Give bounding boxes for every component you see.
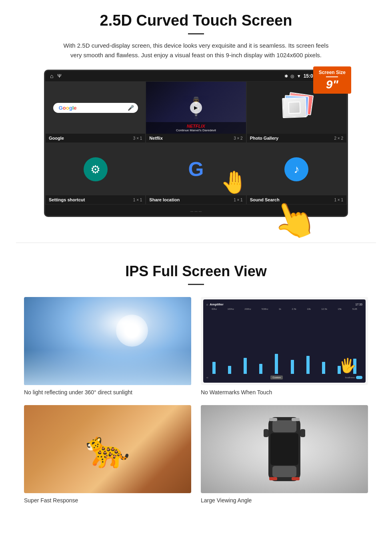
netflix-cell-content: 🕴 ▶ NETFLIX Continue Marvel's Daredevil xyxy=(146,82,246,134)
share-label-row: Share location 1 × 1 xyxy=(146,195,246,204)
eq-bar-5-container xyxy=(269,354,284,374)
share-cell-content: G 🤚 xyxy=(146,143,246,195)
app-grid-row2: ⚙ Settings shortcut 1 × 1 G xyxy=(45,143,347,205)
svg-rect-4 xyxy=(264,429,268,437)
eq-bar-3-container xyxy=(238,358,252,374)
freq-2-5k: 2.5k xyxy=(292,308,296,310)
eq-frame: ⌂ Amplifier 17:33 60hz 100hz 200hz 500hz… xyxy=(203,299,366,383)
loudness-label: loudness xyxy=(345,376,355,379)
cheetah-emoji: 🐆 xyxy=(85,428,130,470)
settings-app-name: Settings shortcut xyxy=(49,197,85,202)
feature-car: Large Viewing Angle xyxy=(201,405,368,504)
sound-app-size: 1 × 1 xyxy=(334,198,343,202)
section1-description: With 2.5D curved-display screen, this de… xyxy=(60,41,332,60)
google-cell-content: Google 🎤 xyxy=(46,82,145,134)
svg-rect-6 xyxy=(269,418,277,421)
freq-10k: 10k xyxy=(307,308,311,310)
badge-label: Screen Size xyxy=(319,70,346,75)
svg-rect-5 xyxy=(300,429,305,437)
eq-home-icon: ⌂ xyxy=(206,303,208,306)
svg-rect-8 xyxy=(269,477,277,480)
equalizer-visual: ⌂ Amplifier 17:33 60hz 100hz 200hz 500hz… xyxy=(201,297,368,385)
google-mic-icon[interactable]: 🎤 xyxy=(128,105,134,111)
google-maps-letter: G xyxy=(188,158,204,181)
music-note-icon: ♪ xyxy=(294,163,299,176)
share-app-cell[interactable]: G 🤚 Share location 1 × 1 xyxy=(146,143,246,205)
page-dots: — — — xyxy=(190,209,202,213)
section1-title: 2.5D Curved Touch Screen xyxy=(24,12,368,29)
svg-rect-3 xyxy=(272,466,296,477)
gallery-app-size: 2 × 2 xyxy=(334,136,343,141)
bluetooth-icon: ✱ xyxy=(284,74,288,79)
sun-burst xyxy=(116,315,148,347)
svg-rect-9 xyxy=(292,477,300,480)
netflix-play-btn[interactable]: ▶ xyxy=(190,102,202,114)
svg-rect-7 xyxy=(292,418,300,421)
settings-label-row: Settings shortcut 1 × 1 xyxy=(46,195,145,204)
settings-icon-circle: ⚙ xyxy=(84,157,108,181)
feature-sunlight: No light reflecting under 360° direct su… xyxy=(24,297,191,395)
home-icon: ⌂ xyxy=(50,73,53,79)
freq-200hz: 200hz xyxy=(244,308,251,310)
feature-equalizer: ⌂ Amplifier 17:33 60hz 100hz 200hz 500hz… xyxy=(201,297,368,395)
equalizer-image: ⌂ Amplifier 17:33 60hz 100hz 200hz 500hz… xyxy=(201,297,368,385)
car-label: Large Viewing Angle xyxy=(201,497,368,504)
eq-bar-3 xyxy=(244,358,247,374)
eq-bars: 🖐 xyxy=(206,350,362,374)
eq-bars-area: 🖐 xyxy=(206,311,362,375)
netflix-app-cell[interactable]: 🕴 ▶ NETFLIX Continue Marvel's Daredevil … xyxy=(146,81,246,143)
eq-bar-4 xyxy=(259,364,262,374)
google-app-name: Google xyxy=(49,136,64,141)
usb-icon: Ψ xyxy=(57,73,61,79)
eq-bar-2 xyxy=(228,366,231,374)
gallery-stack xyxy=(280,92,312,124)
equalizer-label: No Watermarks When Touch xyxy=(201,389,368,395)
gallery-label-row: Photo Gallery 2 × 2 xyxy=(247,134,346,143)
sky-gradient xyxy=(24,350,191,385)
section2-title: IPS Full Screen View xyxy=(24,263,368,280)
freq-15k: 15k xyxy=(338,308,342,310)
screen-size-badge: Screen Size 9" xyxy=(313,66,351,94)
eq-custom-btn[interactable]: Custom xyxy=(270,375,283,379)
status-bar: ⌂ Ψ ✱ ◎ ▼ 15:06 ⬚ ◁) ☒ ▭ xyxy=(45,71,347,81)
netflix-subtitle: Continue Marvel's Daredevil xyxy=(148,128,243,132)
netflix-label-row: Netflix 3 × 2 xyxy=(146,134,246,143)
eq-title: Amplifier xyxy=(210,303,224,306)
eq-bar-6 xyxy=(291,360,294,374)
loudness-toggle[interactable]: loudness xyxy=(345,376,362,379)
settings-app-cell[interactable]: ⚙ Settings shortcut 1 × 1 xyxy=(45,143,146,205)
google-search-bar[interactable]: Google 🎤 xyxy=(53,103,138,113)
eq-bar-6-container xyxy=(285,360,300,374)
sound-cell-content: ♪ xyxy=(247,143,346,195)
eq-freq-labels: 60hz 100hz 200hz 500hz 1k 2.5k 10k 12.5k… xyxy=(206,308,362,310)
badge-size: 9" xyxy=(319,78,346,90)
eq-bar-7 xyxy=(306,356,310,374)
eq-bar-1-container xyxy=(206,362,221,374)
eq-bar-5 xyxy=(275,354,278,374)
badge-underline xyxy=(326,76,338,77)
eq-bar-1 xyxy=(212,362,216,374)
section2-underline xyxy=(188,284,204,285)
eq-bar-2-container xyxy=(222,366,237,374)
cheetah-visual: 🐆 xyxy=(24,405,191,493)
curved-touch-section: 2.5D Curved Touch Screen With 2.5D curve… xyxy=(0,0,392,227)
settings-app-size: 1 × 1 xyxy=(133,198,142,202)
device-mockup: Screen Size 9" ⌂ Ψ ✱ ◎ ▼ 15:06 ⬚ ◁) ☒ ▭ xyxy=(44,70,348,217)
share-content-wrapper: G 🤚 xyxy=(146,143,246,195)
svg-rect-1 xyxy=(272,420,296,432)
sound-app-cell[interactable]: ♪ Sound Search 1 × 1 xyxy=(246,143,347,205)
sunlight-visual xyxy=(24,297,191,385)
settings-cell-content: ⚙ xyxy=(46,143,145,195)
eq-bar-4-container xyxy=(254,364,268,374)
hand-pointing-icon: 🤚 xyxy=(220,169,246,195)
eq-bottom: ‹‹ Custom loudness xyxy=(206,375,362,379)
device-frame: ⌂ Ψ ✱ ◎ ▼ 15:06 ⬚ ◁) ☒ ▭ xyxy=(44,70,348,217)
google-logo: Google xyxy=(59,105,77,111)
svg-rect-2 xyxy=(270,433,298,465)
cheetah-label: Super Fast Response xyxy=(24,497,191,504)
app-grid-row1: Google 🎤 Google 3 × 1 xyxy=(45,81,347,143)
freq-500hz: 500hz xyxy=(262,308,268,310)
toggle-pill xyxy=(356,376,362,379)
google-app-cell[interactable]: Google 🎤 Google 3 × 1 xyxy=(45,81,146,143)
google-app-size: 3 × 1 xyxy=(133,136,142,141)
